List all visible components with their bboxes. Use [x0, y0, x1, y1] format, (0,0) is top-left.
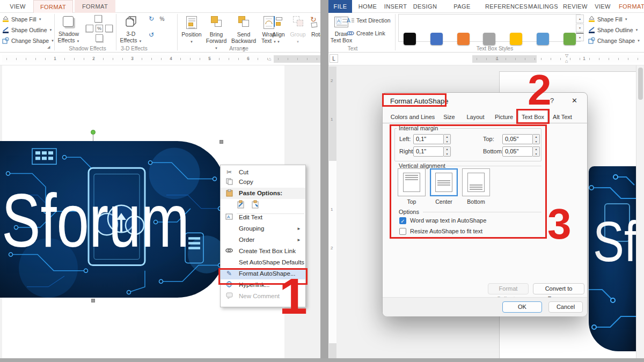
- spin-down-icon[interactable]: ▼: [444, 152, 450, 157]
- style-swatch-gold[interactable]: [510, 33, 522, 45]
- dialog-tab-picture[interactable]: Picture: [491, 112, 517, 123]
- gallery-scroll-down-button[interactable]: ▼: [576, 24, 584, 32]
- shape-outline-button[interactable]: Shape Outline▼: [2, 26, 53, 33]
- right-vertical-ruler[interactable]: 2 1 1 2: [329, 67, 336, 358]
- first-line-indent-marker[interactable]: ▽: [565, 53, 568, 58]
- tab-format-contextual[interactable]: FORMAT: [75, 0, 115, 13]
- menu-item-format-autoshape[interactable]: ✎Format AutoShape...: [221, 268, 305, 279]
- valign-center-option[interactable]: [430, 168, 458, 196]
- spin-up-icon[interactable]: ▲: [533, 135, 539, 139]
- group-button[interactable]: Group▼: [289, 14, 307, 49]
- dialog-close-button[interactable]: ✕: [572, 97, 577, 105]
- spin-down-icon[interactable]: ▼: [533, 139, 539, 144]
- tab-file[interactable]: FILE: [328, 0, 352, 13]
- tab-review[interactable]: REVIEW: [561, 0, 589, 13]
- tab-view[interactable]: VIEW: [4, 0, 31, 13]
- left-document-area[interactable]: ✂Cut Copy Paste Options: AEdit Text Grou…: [0, 65, 320, 358]
- gallery-more-button[interactable]: ▼: [576, 33, 584, 41]
- style-swatch-lightblue[interactable]: [537, 33, 549, 45]
- style-swatch-green[interactable]: [564, 33, 576, 45]
- menu-item-create-text-box-link[interactable]: Create Text Box Link: [221, 246, 305, 257]
- margin-right-spinner[interactable]: ▲▼: [444, 146, 451, 157]
- menu-item-copy[interactable]: Copy: [221, 176, 305, 188]
- spin-down-icon[interactable]: ▼: [444, 139, 450, 144]
- sforum-banner-image-right[interactable]: [589, 166, 636, 351]
- shadow-nudge-left-button[interactable]: [86, 25, 93, 32]
- tilt-down-button[interactable]: ↺: [147, 31, 156, 40]
- dialog-tab-alt-text[interactable]: Alt Text: [549, 112, 576, 123]
- menu-item-grouping[interactable]: Grouping►: [221, 223, 305, 234]
- tab-design[interactable]: DESIGN: [411, 0, 439, 13]
- sforum-banner-image[interactable]: [0, 141, 225, 298]
- shadow-nudge-down-button[interactable]: [96, 34, 103, 42]
- paste-keep-formatting-button[interactable]: [237, 200, 245, 212]
- margin-bottom-spinner[interactable]: ▲▼: [533, 146, 540, 157]
- shape-fill-button-right[interactable]: Shape Fill▼: [588, 16, 628, 23]
- shadow-nudge-up-button[interactable]: [94, 15, 102, 23]
- position-button[interactable]: Position▼: [180, 14, 203, 49]
- paste-picture-button[interactable]: [251, 200, 260, 212]
- tab-mailings[interactable]: MAILINGS: [527, 0, 559, 13]
- valign-bottom-option[interactable]: [462, 168, 490, 196]
- margin-left-input[interactable]: 0,1": [413, 134, 444, 144]
- shape-fill-button[interactable]: Shape Fill▼: [2, 16, 42, 23]
- resize-handle-bottom[interactable]: [91, 299, 95, 302]
- threed-toggle-button[interactable]: %: [158, 15, 166, 24]
- word-wrap-checkbox[interactable]: ✓: [399, 217, 406, 224]
- style-swatch-blue[interactable]: [430, 33, 443, 45]
- shadow-nudge-right-button[interactable]: [105, 25, 113, 32]
- gallery-scroll-up-button[interactable]: ▲: [576, 14, 584, 23]
- create-link-button[interactable]: Create Link: [347, 30, 385, 36]
- bring-forward-button[interactable]: BringForward ▼: [204, 14, 229, 49]
- spin-up-icon[interactable]: ▲: [533, 147, 539, 152]
- margin-top-input[interactable]: 0,05": [502, 134, 533, 144]
- dialog-tab-colors-and-lines[interactable]: Colors and Lines: [387, 112, 438, 123]
- menu-item-hyperlink[interactable]: Hyperlink...: [221, 279, 305, 291]
- dialog-tab-size[interactable]: Size: [438, 112, 460, 123]
- menu-item-edit-text[interactable]: AEdit Text: [221, 212, 305, 223]
- spin-up-icon[interactable]: ▲: [444, 147, 450, 152]
- resize-f it-checkbox[interactable]: [399, 228, 406, 235]
- tab-selector[interactable]: L: [330, 54, 338, 63]
- style-swatch-orange[interactable]: [457, 33, 470, 45]
- spin-down-icon[interactable]: ▼: [533, 152, 539, 157]
- tab-format-active[interactable]: FORMAT: [33, 0, 73, 13]
- dialog-help-button[interactable]: ?: [550, 97, 554, 105]
- vertical-scrollbar[interactable]: [636, 65, 644, 358]
- change-shape-button-right[interactable]: Change Shape▼: [588, 37, 640, 44]
- shadow-toggle-button[interactable]: %: [96, 25, 103, 32]
- tab-home[interactable]: HOME: [355, 0, 380, 13]
- left-horizontal-ruler[interactable]: 1 2 3 4 5 6 ⌂: [0, 53, 320, 65]
- tab-insert[interactable]: INSERT: [382, 0, 409, 13]
- send-backward-button[interactable]: SendBackward ▼: [230, 14, 258, 49]
- menu-item-set-autoshape-defaults[interactable]: Set AutoShape Defaults: [221, 257, 305, 268]
- cancel-button[interactable]: Cancel: [548, 301, 583, 313]
- margin-left-spinner[interactable]: ▲▼: [444, 134, 451, 144]
- style-swatch-black[interactable]: [404, 33, 416, 45]
- align-button[interactable]: Align▼: [269, 14, 288, 49]
- dialog-tab-text-box[interactable]: Text Box: [518, 110, 548, 123]
- scrollbar-thumb[interactable]: [638, 68, 643, 100]
- tab-page-layout[interactable]: PAGE LAYOUT: [441, 0, 483, 13]
- dialog-tab-layout[interactable]: Layout: [461, 112, 490, 123]
- dialog-launcher-icon[interactable]: ◢: [47, 45, 50, 49]
- valign-top-option[interactable]: [398, 168, 426, 196]
- resize-handle-top-right[interactable]: [219, 140, 223, 144]
- tab-format[interactable]: FORMAT: [618, 0, 644, 13]
- tab-references[interactable]: REFERENCES: [485, 0, 525, 13]
- hanging-indent-marker[interactable]: ⌂: [565, 58, 568, 64]
- spin-up-icon[interactable]: ▲: [444, 135, 450, 139]
- ok-button[interactable]: OK: [502, 301, 542, 313]
- margin-top-spinner[interactable]: ▲▼: [533, 134, 540, 144]
- shape-outline-button-right[interactable]: Shape Outline▼: [588, 26, 639, 33]
- style-swatch-gray[interactable]: [483, 33, 495, 45]
- menu-item-order[interactable]: Order►: [221, 234, 305, 246]
- convert-to-frame-button[interactable]: Convert to Frame...: [533, 283, 584, 294]
- text-direction-button[interactable]: A Text Direction: [347, 17, 391, 24]
- indent-marker[interactable]: ⌂: [268, 56, 271, 62]
- change-shape-button[interactable]: Change Shape▼: [2, 37, 54, 44]
- threed-effects-button[interactable]: 3-DEffects ▼: [119, 14, 143, 49]
- tab-view[interactable]: VIEW: [591, 0, 614, 13]
- rotate-handle[interactable]: [91, 130, 96, 135]
- tilt-up-button[interactable]: ↻: [147, 15, 156, 24]
